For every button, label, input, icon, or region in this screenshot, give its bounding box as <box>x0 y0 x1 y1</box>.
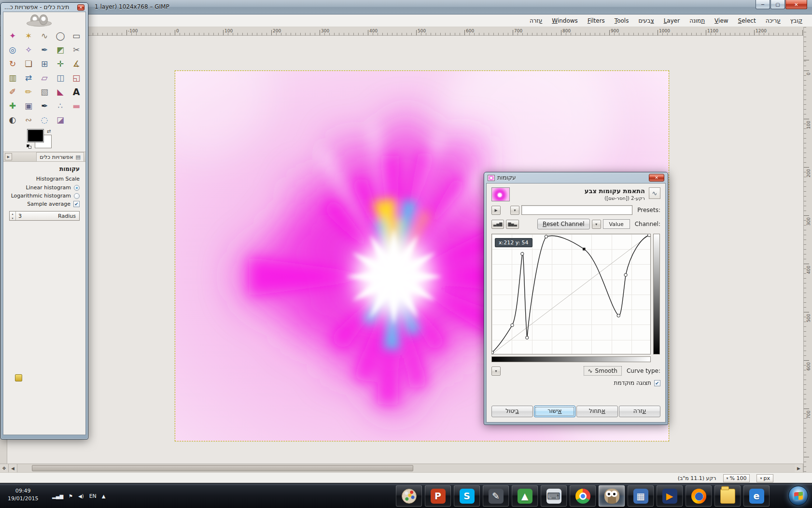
presets-input[interactable] <box>521 205 632 215</box>
show-hidden-icons-chevron[interactable]: ▲ <box>102 494 106 499</box>
swap-colors-icon[interactable]: ⇄ <box>47 128 51 134</box>
spin-up-icon[interactable]: ▴ <box>10 212 15 216</box>
cage-transform-tool[interactable]: ▥ <box>5 71 21 85</box>
close-button[interactable]: ✕ <box>785 0 807 9</box>
volume-icon[interactable]: ◀) <box>78 494 84 499</box>
toolbox-window[interactable]: תיבת כלים - אפשרויות כ... ✕ ✦✶∿◯▭◎✧✒◩✂↻❏… <box>0 2 88 439</box>
checkbox-preview[interactable]: ✔ <box>654 380 660 386</box>
curve-point[interactable] <box>526 336 529 339</box>
close-icon[interactable]: ✕ <box>649 174 664 182</box>
language-indicator[interactable]: EN <box>89 493 97 499</box>
rect-select-tool[interactable]: ▭ <box>69 28 84 42</box>
align-tool[interactable]: ⊞ <box>37 56 53 71</box>
crop-tool[interactable]: ❏ <box>21 56 37 71</box>
log-histogram-toggle[interactable]: ▇▅▃ <box>506 220 518 229</box>
fuzzy-select-tool[interactable]: ✶ <box>21 28 37 42</box>
taskbar-app-powerpoint[interactable]: P <box>425 485 451 507</box>
curve-point-selected[interactable] <box>583 248 586 251</box>
taskbar-app-explorer[interactable] <box>714 485 741 507</box>
network-signal-icon[interactable]: ▂▄▆ <box>52 494 63 499</box>
toolbox-titlebar[interactable]: תיבת כלים - אפשרויות כ... ✕ <box>3 3 86 12</box>
linear-histogram-option[interactable]: Linear histogram <box>9 184 80 191</box>
channel-dropdown-button[interactable]: ▾ <box>592 220 601 229</box>
foreground-select-tool[interactable]: ◩ <box>53 42 69 56</box>
scrollbar-thumb[interactable] <box>32 465 413 471</box>
curve-point[interactable] <box>545 235 547 238</box>
curve-point[interactable] <box>617 314 620 317</box>
pan-view-button[interactable]: ✥ <box>0 464 9 473</box>
ok-button[interactable]: אישור <box>534 406 575 417</box>
menu-item-help[interactable]: עזרה <box>525 16 547 26</box>
preset-dropdown-button[interactable]: ▾ <box>510 206 519 215</box>
eraser-tool[interactable]: ▬ <box>69 99 84 113</box>
reset-channel-button[interactable]: Reset Channel <box>537 219 590 229</box>
taskbar-app-paint-palette[interactable] <box>396 485 422 507</box>
perspective-tool[interactable]: ▱ <box>37 71 53 85</box>
canvas-viewport[interactable] <box>0 36 803 464</box>
taskbar-app-skype[interactable]: S <box>454 485 480 507</box>
curve-point[interactable] <box>511 324 514 326</box>
color-picker-tool[interactable]: ✧ <box>21 42 37 56</box>
menu-item-filters[interactable]: Filters <box>583 16 610 26</box>
radio-linear-histogram[interactable] <box>74 185 80 191</box>
airbrush-tool[interactable]: ∴ <box>53 99 69 113</box>
help-button[interactable]: עזרה <box>619 406 660 417</box>
taskbar-app-on-screen-keyboard[interactable]: ⌨ <box>541 485 567 507</box>
curves-dialog-titlebar[interactable]: עקומות ✕ <box>486 172 666 183</box>
minimize-button[interactable]: ─ <box>756 0 770 9</box>
paths-tool[interactable]: ✒ <box>37 42 53 56</box>
taskbar-app-firefox[interactable] <box>686 485 712 507</box>
taskbar-app-gimp[interactable] <box>599 485 625 507</box>
radio-logarithmic-histogram[interactable] <box>74 193 80 199</box>
scale-tool[interactable]: ◱ <box>69 71 84 85</box>
curves-dialog[interactable]: עקומות ✕ התאמת עקומות צבע רקע-2 ([חסר-שם… <box>484 172 668 425</box>
action-center-flag-icon[interactable]: ⚑ <box>69 494 73 499</box>
taskbar-app-photo-viewer[interactable]: ▲ <box>512 485 538 507</box>
measure-tool[interactable]: ∡ <box>69 56 84 71</box>
taskbar-app-chrome[interactable] <box>570 485 596 507</box>
curve-point[interactable] <box>648 234 650 237</box>
gimp-window-titlebar[interactable]: 1 layer) 1024x768 – GIMP ─ ▢ ✕ <box>0 0 812 14</box>
linear-histogram-toggle[interactable]: ▃▅▇ <box>491 220 504 229</box>
channel-value[interactable]: Value <box>603 219 630 229</box>
cancel-button[interactable]: ביטול <box>491 406 533 417</box>
zoom-combo[interactable]: ▾ % 100 <box>723 474 750 482</box>
menu-item-colors[interactable]: צבעים <box>633 16 658 26</box>
ink-tool[interactable]: ✒ <box>37 99 53 113</box>
perspective-clone-tool[interactable]: ◪ <box>53 113 69 127</box>
pencil-tool[interactable]: ✏ <box>21 85 37 99</box>
sample-average-option[interactable]: ✔ Sample average <box>9 201 80 207</box>
preview-option[interactable]: תצוגה מוקדמת ✔ <box>491 380 660 386</box>
smudge-tool[interactable]: ∾ <box>21 113 37 127</box>
menu-item-file[interactable]: קובץ <box>785 16 807 26</box>
blend-tool[interactable]: ▧ <box>37 85 53 99</box>
close-icon[interactable]: ✕ <box>77 4 84 11</box>
flip-tool[interactable]: ⇄ <box>21 71 37 85</box>
clone-tool[interactable]: ▣ <box>21 99 37 113</box>
move-tool[interactable]: ✛ <box>53 56 69 71</box>
foreground-color-swatch[interactable] <box>27 129 44 142</box>
horizontal-scrollbar[interactable] <box>17 464 795 472</box>
bucket-fill-tool[interactable]: ◣ <box>53 85 69 99</box>
menu-item-layer[interactable]: Layer <box>659 16 685 26</box>
curve-point[interactable] <box>521 252 524 255</box>
scroll-right-button[interactable]: ▶ <box>795 464 803 473</box>
taskbar-clock[interactable]: 09:49 19/01/2015 <box>8 487 38 503</box>
select-by-color-tool[interactable]: ✦ <box>5 28 21 42</box>
spin-down-icon[interactable]: ▾ <box>10 216 15 220</box>
curves-plot[interactable]: x:212 y: 54 <box>491 234 651 354</box>
menu-item-tools[interactable]: Tools <box>610 16 634 26</box>
logarithmic-histogram-option[interactable]: Logarithmic histogram <box>9 193 80 199</box>
blur-tool[interactable]: ◌ <box>37 113 53 127</box>
shear-tool[interactable]: ◫ <box>53 71 69 85</box>
tab-tool-options[interactable]: אפשרויות כלים ▤ <box>36 152 84 161</box>
taskbar-app-pen-tablet[interactable]: ✎ <box>483 485 509 507</box>
rotate-tool[interactable]: ↻ <box>5 56 21 71</box>
menu-item-image[interactable]: תמונה <box>685 16 710 26</box>
unit-combo[interactable]: ▾ px <box>756 474 773 482</box>
checkbox-sample-average[interactable]: ✔ <box>73 201 80 207</box>
menu-item-view[interactable]: View <box>710 16 733 26</box>
horizontal-ruler[interactable]: -100010020030040050060070080090010001100… <box>0 27 803 36</box>
radius-spinbutton[interactable]: ▴ ▾ 3 Radius <box>9 211 80 221</box>
paintbrush-tool[interactable]: ✐ <box>5 85 21 99</box>
